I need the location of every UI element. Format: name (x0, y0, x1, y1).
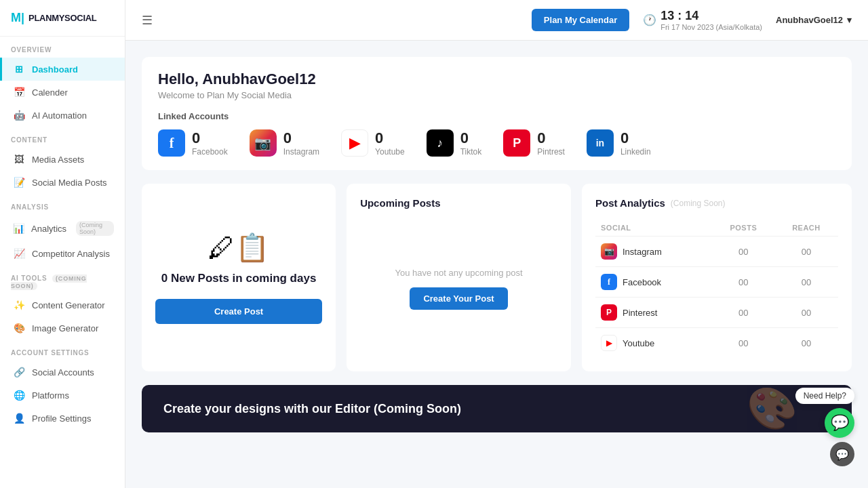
sidebar-label-media-assets: Media Assets (32, 155, 84, 165)
analytics-pinterest-reach: 00 (774, 298, 838, 328)
section-overview: OVERVIEW ⊞ Dashboard 📅 Calender 🤖 AI Aut… (0, 37, 125, 127)
new-posts-panel: 🖊📋 0 New Posts in coming days Create Pos… (142, 184, 336, 371)
sidebar-item-competitor[interactable]: 📈 Competitor Analysis (0, 242, 125, 265)
chevron-down-icon: ▾ (847, 15, 852, 25)
user-menu[interactable]: AnubhavGoel12 ▾ (776, 15, 852, 25)
time-display: 13 : 14 (660, 9, 762, 23)
section-account-settings: ACCOUNT SETTINGS 🔗 Social Accounts 🌐 Pla… (0, 340, 125, 430)
tiktok-icon: ♪ (427, 129, 454, 157)
sidebar-item-dashboard[interactable]: ⊞ Dashboard (0, 58, 125, 81)
sidebar-item-ai-automation[interactable]: 🤖 AI Automation (0, 104, 125, 127)
analytics-coming-badge: (Coming Soon) (76, 221, 114, 236)
tiktok-count: 0 (460, 129, 482, 147)
analytics-facebook-posts: 00 (713, 267, 774, 298)
analytics-title: Post Analytics (595, 197, 665, 209)
sidebar-item-media-assets[interactable]: 🖼 Media Assets (0, 148, 125, 171)
sidebar-item-content-gen[interactable]: ✨ Content Generator (0, 293, 125, 317)
instagram-icon: 📷 (250, 129, 277, 157)
analytics-pinterest-posts: 00 (713, 298, 774, 328)
hamburger-icon[interactable]: ☰ (142, 13, 153, 28)
linkedin-icon: in (587, 129, 614, 157)
linked-accounts-label: Linked Accounts (158, 111, 835, 121)
topbar-left: ☰ (142, 13, 153, 28)
chat-bubble-button[interactable]: 💬 (830, 442, 854, 466)
upcoming-empty-state: You have not any upcoming post Create Yo… (360, 220, 557, 358)
analytics-instagram-icon: 📷 (601, 243, 617, 260)
facebook-count: 0 (192, 129, 228, 147)
sidebar-label-platforms: Platforms (32, 390, 69, 401)
social-accounts-icon: 🔗 (13, 367, 25, 378)
sidebar-label-competitor: Competitor Analysis (32, 249, 110, 259)
analytics-pinterest-cell: P Pinterest (601, 304, 707, 321)
linked-accounts-row: f 0 Facebook 📷 0 Instagram ▶ (158, 129, 835, 157)
analytics-facebook-icon: f (601, 274, 617, 290)
topbar: ☰ Plan My Calendar 🕐 13 : 14 Fri 17 Nov … (125, 0, 868, 41)
sidebar: M| PLANMYSOCIAL OVERVIEW ⊞ Dashboard 📅 C… (0, 0, 125, 488)
pinterest-icon: P (503, 129, 530, 157)
overview-label: OVERVIEW (0, 37, 125, 58)
pintrest-count: 0 (537, 129, 565, 147)
create-your-post-button[interactable]: Create Your Post (410, 287, 507, 310)
topbar-right: Plan My Calendar 🕐 13 : 14 Fri 17 Nov 20… (532, 9, 852, 31)
date-display: Fri 17 Nov 2023 (Asia/Kolkata) (660, 23, 762, 31)
analytics-header-social: SOCIAL (595, 220, 713, 237)
analytics-youtube-reach: 00 (774, 328, 838, 359)
youtube-name: Youtube (375, 147, 405, 157)
analytics-instagram-posts: 00 (713, 237, 774, 267)
hello-block: Hello, AnubhavGoel12 Welcome to Plan My … (142, 57, 852, 170)
tiktok-name: Tiktok (460, 147, 482, 157)
facebook-icon: f (158, 129, 185, 157)
sidebar-label-calender: Calender (32, 87, 68, 98)
sidebar-label-image-gen: Image Generator (32, 323, 98, 333)
new-posts-text: 0 New Posts in coming days (161, 272, 317, 285)
account-tiktok: ♪ 0 Tiktok (427, 129, 482, 157)
upcoming-title: Upcoming Posts (360, 197, 557, 209)
new-posts-image: 🖊📋 (208, 232, 269, 264)
instagram-count: 0 (283, 129, 319, 147)
pintrest-name: Pintrest (537, 147, 565, 157)
facebook-name: Facebook (192, 147, 228, 157)
sidebar-item-calender[interactable]: 📅 Calender (0, 81, 125, 104)
sidebar-item-social-accounts[interactable]: 🔗 Social Accounts (0, 361, 125, 384)
username-display: AnubhavGoel12 (776, 15, 843, 25)
sidebar-label-content-gen: Content Generator (32, 300, 105, 310)
post-analytics-panel: Post Analytics (Coming Soon) SOCIAL POST… (582, 184, 852, 371)
youtube-icon: ▶ (341, 129, 368, 157)
table-row: f Facebook 00 00 (595, 267, 838, 298)
bottom-banner: Create your designs with our Editor (Com… (142, 385, 852, 432)
upcoming-empty-text: You have not any upcoming post (395, 268, 522, 278)
account-facebook: f 0 Facebook (158, 129, 228, 157)
analytics-icon: 📊 (13, 223, 24, 234)
plan-calendar-button[interactable]: Plan My Calendar (532, 9, 629, 31)
table-row: ▶ Youtube 00 00 (595, 328, 838, 359)
linkedin-count: 0 (620, 129, 651, 147)
sidebar-item-image-gen[interactable]: 🎨 Image Generator (0, 317, 125, 340)
media-assets-icon: 🖼 (13, 154, 25, 165)
analytics-youtube-icon: ▶ (601, 335, 617, 351)
panels-row: 🖊📋 0 New Posts in coming days Create Pos… (142, 184, 852, 371)
create-post-button[interactable]: Create Post (155, 299, 322, 324)
analytics-facebook-reach: 00 (774, 267, 838, 298)
whatsapp-chat-button[interactable]: 💬 (825, 408, 854, 438)
account-youtube: ▶ 0 Youtube (341, 129, 405, 157)
linkedin-name: Linkedin (620, 147, 651, 157)
ai-automation-icon: 🤖 (13, 110, 25, 121)
upcoming-posts-panel: Upcoming Posts You have not any upcoming… (347, 184, 571, 371)
analytics-youtube-posts: 00 (713, 328, 774, 359)
sidebar-item-profile-settings[interactable]: 👤 Profile Settings (0, 407, 125, 430)
analytics-facebook-cell: f Facebook (601, 274, 707, 290)
banner-decoration: 🎨 (747, 385, 797, 432)
platforms-icon: 🌐 (13, 390, 25, 401)
sidebar-label-analytics: Analytics (31, 224, 66, 234)
sidebar-item-social-posts[interactable]: 📝 Social Media Posts (0, 171, 125, 194)
competitor-icon: 📈 (13, 248, 25, 259)
analytics-pinterest-icon: P (601, 304, 617, 321)
sidebar-item-platforms[interactable]: 🌐 Platforms (0, 384, 125, 407)
sidebar-label-social-accounts: Social Accounts (32, 367, 94, 378)
logo-text: PLANMYSOCIAL (28, 13, 96, 23)
sidebar-item-analytics[interactable]: 📊 Analytics (Coming Soon) (0, 215, 125, 242)
profile-settings-icon: 👤 (13, 413, 25, 424)
sidebar-label-social-posts: Social Media Posts (32, 178, 107, 188)
table-row: P Pinterest 00 00 (595, 298, 838, 328)
analytics-header-posts: POSTS (713, 220, 774, 237)
